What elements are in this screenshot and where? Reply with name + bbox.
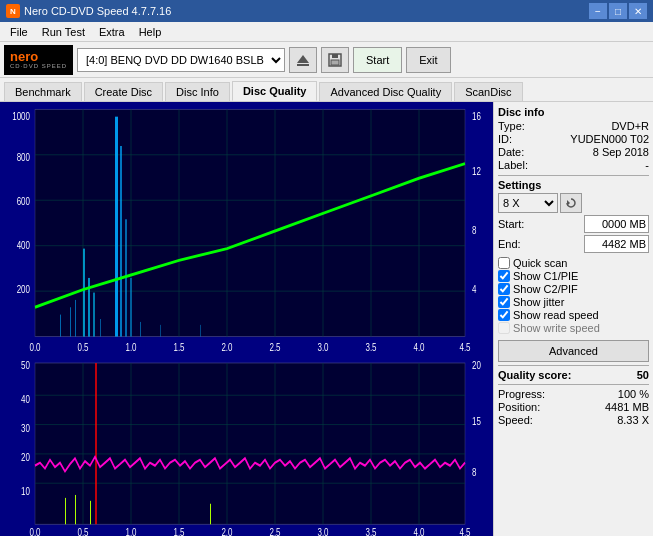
svg-rect-37 [75,300,76,337]
svg-rect-28 [83,249,85,337]
tabs: Benchmark Create Disc Disc Info Disc Qua… [0,78,653,102]
svg-text:4.0: 4.0 [413,341,424,354]
disc-id-row: ID: YUDEN000 T02 [498,133,649,145]
svg-text:8: 8 [472,223,477,236]
svg-text:40: 40 [21,392,30,405]
svg-text:12: 12 [472,165,481,178]
tab-create-disc[interactable]: Create Disc [84,82,163,101]
app-icon: N [6,4,20,18]
quality-row: Quality score: 50 [498,369,649,381]
svg-rect-34 [130,278,132,337]
speed-stat-label: Speed: [498,414,533,426]
svg-rect-30 [93,293,95,337]
svg-rect-74 [65,498,66,524]
svg-text:20: 20 [472,358,481,371]
label-label: Label: [498,159,528,171]
disc-info-section: Disc info Type: DVD+R ID: YUDEN000 T02 D… [498,106,649,171]
menu-extra[interactable]: Extra [93,24,131,40]
position-label: Position: [498,401,540,413]
show-jitter-checkbox[interactable] [498,296,510,308]
show-read-speed-label: Show read speed [513,309,599,321]
show-read-speed-checkbox[interactable] [498,309,510,321]
svg-text:10: 10 [21,484,30,497]
svg-text:1.0: 1.0 [125,341,136,354]
refresh-button[interactable] [560,193,582,213]
svg-text:4.5: 4.5 [459,525,470,536]
type-value: DVD+R [611,120,649,132]
speed-stat-value: 8.33 X [617,414,649,426]
svg-text:0.5: 0.5 [77,525,88,536]
svg-text:1.0: 1.0 [125,525,136,536]
tab-benchmark[interactable]: Benchmark [4,82,82,101]
maximize-button[interactable]: □ [609,3,627,19]
svg-text:4: 4 [472,282,477,295]
position-value: 4481 MB [605,401,649,413]
show-write-speed-label: Show write speed [513,322,600,334]
quick-scan-checkbox[interactable] [498,257,510,269]
start-row: Start: [498,215,649,233]
tab-advanced-disc-quality[interactable]: Advanced Disc Quality [319,82,452,101]
start-input[interactable] [584,215,649,233]
svg-rect-35 [60,315,61,337]
svg-text:30: 30 [21,421,30,434]
show-c2-label: Show C2/PIF [513,283,578,295]
svg-text:200: 200 [17,282,31,295]
show-c2-row: Show C2/PIF [498,283,649,295]
menu-help[interactable]: Help [133,24,168,40]
show-c1-checkbox[interactable] [498,270,510,282]
id-value: YUDEN000 T02 [570,133,649,145]
show-jitter-row: Show jitter [498,296,649,308]
menu-run-test[interactable]: Run Test [36,24,91,40]
speed-select[interactable]: 8 X [498,193,558,213]
svg-text:3.0: 3.0 [317,525,328,536]
svg-rect-32 [120,146,122,337]
svg-rect-3 [332,54,338,58]
quality-value: 50 [637,369,649,381]
save-button[interactable] [321,47,349,73]
close-button[interactable]: ✕ [629,3,647,19]
svg-text:0.0: 0.0 [29,341,40,354]
eject-button[interactable] [289,47,317,73]
svg-rect-31 [115,117,118,337]
label-value: - [645,159,649,171]
menu-file[interactable]: File [4,24,34,40]
advanced-button[interactable]: Advanced [498,340,649,362]
show-c2-checkbox[interactable] [498,283,510,295]
end-input[interactable] [584,235,649,253]
divider-1 [498,175,649,176]
exit-button[interactable]: Exit [406,47,450,73]
start-label: Start: [498,218,524,230]
show-c1-row: Show C1/PIE [498,270,649,282]
position-row: Position: 4481 MB [498,401,649,413]
svg-text:1000: 1000 [12,109,30,122]
tab-disc-quality[interactable]: Disc Quality [232,81,318,101]
minimize-button[interactable]: − [589,3,607,19]
end-label: End: [498,238,521,250]
svg-text:600: 600 [17,194,31,207]
svg-text:3.5: 3.5 [365,341,376,354]
svg-text:20: 20 [21,451,30,464]
drive-select[interactable]: [4:0] BENQ DVD DD DW1640 BSLB [77,48,285,72]
svg-marker-0 [297,55,309,63]
progress-row: Progress: 100 % [498,388,649,400]
svg-text:4.0: 4.0 [413,525,424,536]
checkboxes-section: Quick scan Show C1/PIE Show C2/PIF Show … [498,257,649,334]
date-value: 8 Sep 2018 [593,146,649,158]
svg-rect-41 [200,325,201,337]
tab-scandisc[interactable]: ScanDisc [454,82,522,101]
speed-row: 8 X [498,193,649,213]
svg-text:0.0: 0.0 [29,525,40,536]
disc-date-row: Date: 8 Sep 2018 [498,146,649,158]
nero-logo: nero CD·DVD SPEED [4,45,73,75]
svg-text:2.5: 2.5 [269,341,280,354]
main-content: 1000 800 600 400 200 16 12 8 4 [0,102,653,536]
svg-rect-39 [140,322,141,337]
svg-text:16: 16 [472,109,481,122]
start-button[interactable]: Start [353,47,402,73]
tab-disc-info[interactable]: Disc Info [165,82,230,101]
svg-rect-75 [75,495,76,524]
svg-rect-40 [160,325,161,337]
svg-text:50: 50 [21,358,30,371]
titlebar-controls[interactable]: − □ ✕ [589,3,647,19]
svg-text:8: 8 [472,465,477,478]
